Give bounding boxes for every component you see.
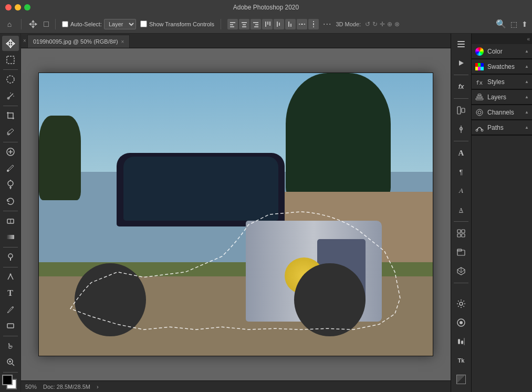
transform-checkbox[interactable] bbox=[140, 20, 147, 27]
adjust-panel-btn2[interactable] bbox=[453, 121, 470, 138]
bars-btn[interactable] bbox=[453, 333, 470, 350]
car-wheel-right bbox=[294, 263, 365, 337]
search-icon[interactable]: 🔍 bbox=[496, 19, 506, 29]
gradient-tool[interactable] bbox=[2, 230, 19, 245]
history-tool[interactable] bbox=[2, 193, 19, 209]
para-btn[interactable]: ¶ bbox=[453, 163, 470, 180]
path-select-tool[interactable] bbox=[2, 302, 19, 317]
type-style-btn[interactable]: A bbox=[453, 182, 470, 199]
align-right-icon[interactable] bbox=[251, 19, 261, 29]
layers-panel-section: Layers ▲ bbox=[472, 90, 532, 105]
crop-tool[interactable] bbox=[2, 108, 19, 123]
color-selector[interactable] bbox=[2, 375, 19, 390]
svg-rect-4 bbox=[243, 24, 246, 25]
healing-tool[interactable] bbox=[2, 145, 19, 160]
document-tab[interactable]: 0199h0095.jpg @ 50% (RGB/8#) × bbox=[27, 35, 130, 48]
3d-icon1[interactable]: ↺ bbox=[365, 20, 370, 28]
svg-point-42 bbox=[9, 274, 11, 275]
svg-rect-39 bbox=[7, 235, 14, 239]
minimize-button[interactable] bbox=[15, 4, 21, 11]
doc-info: Doc: 28.5M/28.5M bbox=[43, 384, 90, 390]
auto-select-checkbox[interactable] bbox=[62, 21, 68, 27]
lasso-tool[interactable] bbox=[2, 72, 19, 87]
fill-circle-btn[interactable] bbox=[453, 314, 470, 331]
marquee-tool[interactable] bbox=[2, 52, 19, 67]
status-arrow[interactable]: › bbox=[97, 384, 99, 390]
align-left-icon[interactable] bbox=[227, 19, 238, 29]
3d-cube-btn[interactable] bbox=[453, 263, 470, 280]
type-small-btn[interactable]: A bbox=[453, 201, 470, 218]
eraser-tool[interactable] bbox=[2, 213, 19, 229]
zoom-tool[interactable] bbox=[2, 355, 19, 370]
shape-tool[interactable] bbox=[2, 318, 19, 334]
maximize-button[interactable] bbox=[24, 4, 30, 11]
settings-btn[interactable] bbox=[453, 295, 470, 312]
tab-arrow[interactable]: × bbox=[23, 38, 26, 44]
move-tool[interactable] bbox=[2, 36, 19, 51]
toolbar-sep6 bbox=[3, 267, 18, 267]
3d-icon5[interactable]: ⊗ bbox=[394, 20, 400, 28]
swatches-panel-header[interactable]: Swatches ▲ bbox=[472, 59, 532, 74]
svg-point-68 bbox=[460, 321, 463, 324]
3d-icon4[interactable]: ⊕ bbox=[387, 20, 392, 28]
play-btn[interactable] bbox=[453, 55, 470, 71]
channels-panel-header[interactable]: Channels ▲ bbox=[472, 105, 532, 120]
workspace-icon[interactable]: ⬚ bbox=[510, 20, 517, 28]
auto-select-dropdown[interactable]: Layer Group bbox=[104, 19, 136, 29]
eyedropper-tool[interactable] bbox=[2, 125, 19, 140]
3d-icon2[interactable]: ↻ bbox=[372, 20, 378, 28]
box-panel-btn[interactable] bbox=[453, 244, 470, 261]
align-bottom-icon[interactable] bbox=[285, 19, 296, 29]
layers-panel-header[interactable]: Layers ▲ bbox=[472, 90, 532, 105]
pen-tool[interactable] bbox=[2, 270, 19, 285]
close-button[interactable] bbox=[5, 4, 12, 11]
distribute-icon2[interactable] bbox=[308, 19, 319, 29]
dodge-tool[interactable] bbox=[2, 250, 19, 265]
color-panel-section: Color ▲ bbox=[472, 44, 532, 59]
tk-btn[interactable]: Tk bbox=[453, 352, 470, 369]
foreground-color[interactable] bbox=[2, 375, 13, 385]
transform-label: Show Transform Controls bbox=[149, 21, 214, 27]
3d-icon3[interactable]: ✛ bbox=[380, 20, 385, 28]
text-tool[interactable]: T bbox=[2, 286, 19, 301]
styles-panel-header[interactable]: fx Styles ▲ bbox=[472, 75, 532, 89]
svg-point-33 bbox=[8, 181, 13, 186]
panel-collapse-handle[interactable]: « bbox=[472, 34, 532, 44]
more-options-button[interactable]: ··· bbox=[323, 19, 331, 29]
color-collapse-icon: ▲ bbox=[525, 49, 529, 54]
3d-tools: ↺ ↻ ✛ ⊕ ⊗ bbox=[365, 20, 400, 28]
svg-rect-2 bbox=[230, 26, 234, 27]
window-controls[interactable] bbox=[5, 4, 30, 11]
left-main-area: × 0199h0095.jpg @ 50% (RGB/8#) × bbox=[21, 34, 451, 392]
move-arrow-btn[interactable] bbox=[44, 22, 49, 27]
fx-btn[interactable]: fx bbox=[453, 78, 470, 95]
layer-color-btn[interactable] bbox=[453, 371, 470, 388]
toolbar-sep3 bbox=[3, 142, 18, 142]
color-panel-header[interactable]: Color ▲ bbox=[472, 44, 532, 59]
clone-tool[interactable] bbox=[2, 177, 19, 192]
paths-panel-header[interactable]: Paths ▲ bbox=[472, 120, 532, 135]
home-icon[interactable]: ⌂ bbox=[4, 19, 15, 29]
grid-panel-btn[interactable] bbox=[453, 225, 470, 242]
svg-rect-70 bbox=[461, 341, 463, 344]
canvas-area[interactable] bbox=[21, 48, 451, 380]
edit-toolbar-btn[interactable] bbox=[453, 36, 470, 53]
move-tool-icon[interactable] bbox=[28, 19, 38, 29]
brush-tool[interactable] bbox=[2, 161, 19, 176]
svg-rect-22 bbox=[7, 56, 14, 64]
tab-close-button[interactable]: × bbox=[121, 39, 124, 45]
color-panel-icon bbox=[475, 47, 484, 56]
sep3 bbox=[221, 19, 221, 29]
svg-rect-9 bbox=[265, 22, 266, 27]
type-large-btn[interactable]: A bbox=[453, 145, 470, 161]
left-toolbar: T bbox=[0, 34, 21, 392]
distribute-icon1[interactable] bbox=[297, 19, 307, 29]
align-top-icon[interactable] bbox=[262, 19, 273, 29]
align-center-icon[interactable] bbox=[239, 19, 249, 29]
3d-mode-label: 3D Mode: bbox=[336, 21, 361, 27]
adjust-panel-btn1[interactable] bbox=[453, 102, 470, 119]
align-vmid-icon[interactable] bbox=[274, 19, 284, 29]
share-icon[interactable]: ⬆ bbox=[521, 20, 528, 28]
hand-tool[interactable] bbox=[2, 338, 19, 354]
magic-wand-tool[interactable] bbox=[2, 88, 19, 104]
